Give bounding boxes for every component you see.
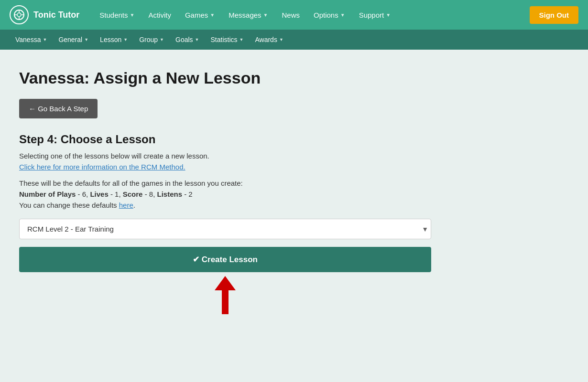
nav-messages[interactable]: Messages ▼ xyxy=(223,7,273,23)
games-dropdown-icon: ▼ xyxy=(210,12,215,18)
students-dropdown-icon: ▼ xyxy=(130,12,135,18)
plays-label: Number of Plays xyxy=(19,190,76,198)
subnav-awards[interactable]: Awards ▼ xyxy=(249,33,289,46)
subnav-vanessa[interactable]: Vanessa ▼ xyxy=(10,33,53,46)
subnav-goals[interactable]: Goals ▼ xyxy=(170,33,205,46)
subnav-general[interactable]: General ▼ xyxy=(53,33,94,46)
nav-support[interactable]: Support ▼ xyxy=(353,7,396,23)
sign-out-button[interactable]: Sign Out xyxy=(530,6,579,24)
statistics-dropdown-icon: ▼ xyxy=(240,37,244,42)
nav-students[interactable]: Students ▼ xyxy=(94,7,140,23)
awards-dropdown-icon: ▼ xyxy=(279,37,283,42)
defaults-intro: These will be the defaults for all of th… xyxy=(19,179,435,187)
top-nav-items: Students ▼ Activity Games ▼ Messages ▼ N… xyxy=(94,7,529,23)
lesson-select-wrapper: RCM Level 1 - Ear Training RCM Level 2 -… xyxy=(19,219,435,239)
defaults-values: Number of Plays - 6, Lives - 1, Score - … xyxy=(19,190,435,198)
nav-games[interactable]: Games ▼ xyxy=(179,7,220,23)
sub-nav: Vanessa ▼ General ▼ Lesson ▼ Group ▼ Goa… xyxy=(0,30,588,50)
nav-activity[interactable]: Activity xyxy=(142,7,177,23)
annotation-arrow-container xyxy=(19,272,431,314)
lesson-select[interactable]: RCM Level 1 - Ear Training RCM Level 2 -… xyxy=(19,219,431,239)
page-title: Vanessa: Assign a New Lesson xyxy=(19,69,435,87)
group-dropdown-icon: ▼ xyxy=(160,37,164,42)
app-title: Tonic Tutor xyxy=(33,10,79,20)
nav-news[interactable]: News xyxy=(276,7,306,23)
change-defaults-text: You can change these defaults here. xyxy=(19,201,435,209)
arrow-shaft xyxy=(222,290,229,314)
arrow-head xyxy=(215,276,236,290)
support-dropdown-icon: ▼ xyxy=(386,12,391,18)
subnav-lesson[interactable]: Lesson ▼ xyxy=(94,33,133,46)
vanessa-dropdown-icon: ▼ xyxy=(43,37,47,42)
subnav-statistics[interactable]: Statistics ▼ xyxy=(205,33,250,46)
options-dropdown-icon: ▼ xyxy=(340,12,345,18)
annotation-arrow xyxy=(215,276,236,314)
score-label: Score xyxy=(123,190,143,198)
nav-options[interactable]: Options ▼ xyxy=(308,7,351,23)
step-title: Step 4: Choose a Lesson xyxy=(19,133,435,146)
goals-dropdown-icon: ▼ xyxy=(195,37,199,42)
go-back-button[interactable]: ← Go Back A Step xyxy=(19,99,98,118)
listens-label: Listens xyxy=(157,190,182,198)
general-dropdown-icon: ▼ xyxy=(84,37,88,42)
logo-icon xyxy=(10,5,29,24)
lesson-dropdown-icon: ▼ xyxy=(123,37,128,42)
rcm-info-link[interactable]: Click here for more information on the R… xyxy=(19,163,185,171)
lives-label: Lives xyxy=(90,190,108,198)
messages-dropdown-icon: ▼ xyxy=(263,12,268,18)
change-defaults-link[interactable]: here xyxy=(119,201,133,209)
main-content: Vanessa: Assign a New Lesson ← Go Back A… xyxy=(0,50,454,333)
subnav-group[interactable]: Group ▼ xyxy=(133,33,170,46)
svg-point-1 xyxy=(17,13,21,17)
create-lesson-button[interactable]: ✔ Create Lesson xyxy=(19,247,431,272)
logo-area: Tonic Tutor xyxy=(10,5,79,24)
selecting-info: Selecting one of the lessons below will … xyxy=(19,152,435,160)
top-nav: Tonic Tutor Students ▼ Activity Games ▼ … xyxy=(0,0,588,30)
